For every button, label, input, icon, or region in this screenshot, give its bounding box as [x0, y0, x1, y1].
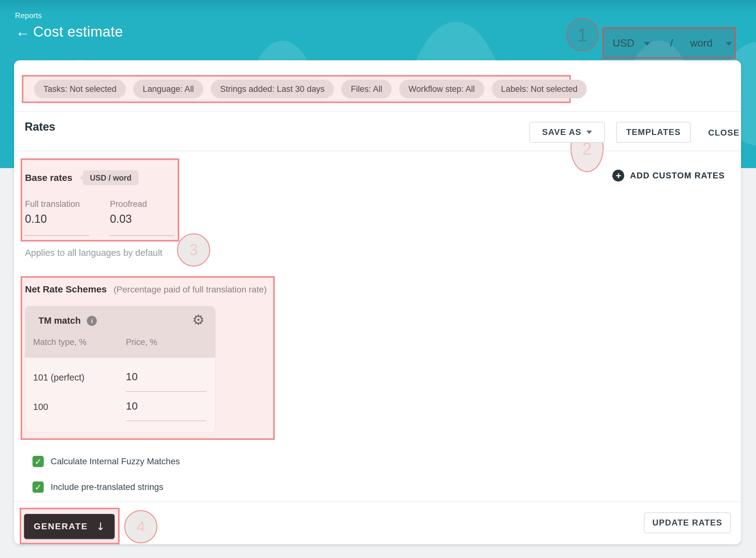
filters-annotation-box: Tasks: Not selected Language: All String…	[22, 75, 571, 103]
base-rates-title-row: Base rates USD / word	[25, 170, 138, 185]
checkbox-checked[interactable]: ✓	[32, 481, 44, 493]
option-row-fuzzy-matches: ✓ Calculate Internal Fuzzy Matches	[32, 456, 180, 467]
match-type-column-header: Match type, %	[33, 337, 86, 347]
input-underline	[126, 391, 207, 392]
tm-row-price-input[interactable]: 10	[126, 400, 138, 412]
option-label: Calculate Internal Fuzzy Matches	[51, 456, 180, 466]
full-translation-input[interactable]: 0.10	[25, 212, 47, 226]
rates-section-title: Rates	[25, 120, 55, 133]
plus-icon: +	[612, 170, 624, 181]
currency-unit-annotation-box: USD / word	[602, 27, 736, 59]
page-title: Cost estimate	[33, 23, 123, 40]
filter-chip-tasks[interactable]: Tasks: Not selected	[34, 80, 126, 98]
net-rate-schemes-title: Net Rate Schemes	[25, 284, 107, 295]
filter-chip-workflow-step[interactable]: Workflow step: All	[399, 80, 484, 98]
templates-button[interactable]: TEMPLATES	[616, 122, 691, 143]
annotation-number-4: 4	[136, 518, 145, 536]
option-row-pretranslated: ✓ Include pre-translated strings	[32, 481, 163, 493]
add-custom-rates-button[interactable]: + ADD CUSTOM RATES	[612, 170, 725, 181]
report-settings-card: Tasks: Not selected Language: All String…	[14, 60, 741, 544]
divider	[14, 502, 741, 502]
base-rates-note: Applies to all languages by default	[25, 248, 162, 258]
tm-row-match-type: 100	[33, 402, 48, 412]
input-underline	[25, 235, 89, 236]
chevron-down-icon	[587, 131, 592, 134]
annotation-circle-4: 4	[124, 510, 157, 543]
update-rates-button[interactable]: UPDATE RATES	[644, 512, 731, 533]
gear-icon[interactable]: ⚙	[192, 313, 205, 327]
divider	[14, 111, 741, 112]
net-rate-schemes-subtitle: (Percentage paid of full translation rat…	[114, 285, 267, 295]
base-rates-title: Base rates	[25, 173, 73, 183]
input-underline	[110, 235, 174, 236]
base-rates-unit-chip: USD / word	[83, 170, 138, 185]
full-translation-label: Full translation	[25, 199, 80, 209]
generate-label: GENERATE	[34, 522, 88, 531]
breadcrumb[interactable]: Reports	[15, 11, 42, 20]
filter-chip-files[interactable]: Files: All	[341, 80, 392, 98]
tm-match-card-header	[25, 306, 215, 358]
filter-chip-labels[interactable]: Labels: Not selected	[492, 80, 587, 98]
proofread-label: Proofread	[110, 199, 147, 209]
templates-label: TEMPLATES	[626, 127, 681, 137]
currency-unit-slash: /	[670, 37, 673, 49]
back-arrow-icon[interactable]: ←	[16, 24, 30, 39]
option-label: Include pre-translated strings	[51, 482, 163, 492]
update-rates-label: UPDATE RATES	[652, 518, 722, 528]
save-as-button[interactable]: SAVE AS	[529, 122, 605, 143]
divider	[14, 151, 741, 151]
filter-chip-strings-added[interactable]: Strings added: Last 30 days	[211, 80, 334, 98]
generate-button[interactable]: GENERATE ↓	[24, 514, 115, 539]
price-column-header: Price, %	[126, 337, 157, 347]
unit-caret-icon[interactable]	[726, 42, 732, 46]
info-icon[interactable]: i	[87, 316, 97, 326]
tm-row-price-input[interactable]: 10	[126, 371, 138, 383]
tm-match-title-row: TM match i	[38, 315, 97, 326]
annotation-number-1: 1	[577, 24, 587, 45]
arrow-down-icon: ↓	[96, 520, 105, 533]
annotation-circle-3: 3	[177, 233, 210, 267]
tm-match-card: TM match i ⚙ Match type, % Price, % 101 …	[25, 306, 215, 433]
checkbox-checked[interactable]: ✓	[32, 456, 44, 467]
currency-caret-icon[interactable]	[644, 42, 650, 46]
tm-row-match-type: 101 (perfect)	[33, 373, 84, 383]
save-as-label: SAVE AS	[542, 127, 582, 137]
filter-chip-language[interactable]: Language: All	[133, 80, 203, 98]
proofread-input[interactable]: 0.03	[110, 212, 132, 226]
annotation-circle-1: 1	[566, 18, 599, 51]
close-button[interactable]: CLOSE	[707, 127, 741, 139]
net-rate-schemes-title-row: Net Rate Schemes (Percentage paid of ful…	[25, 284, 267, 295]
add-custom-rates-label: ADD CUSTOM RATES	[630, 171, 725, 181]
unit-select[interactable]: word	[690, 37, 712, 49]
currency-select[interactable]: USD	[613, 37, 634, 49]
input-underline	[126, 421, 207, 421]
annotation-number-3: 3	[189, 241, 198, 259]
tm-match-title: TM match	[38, 315, 81, 326]
